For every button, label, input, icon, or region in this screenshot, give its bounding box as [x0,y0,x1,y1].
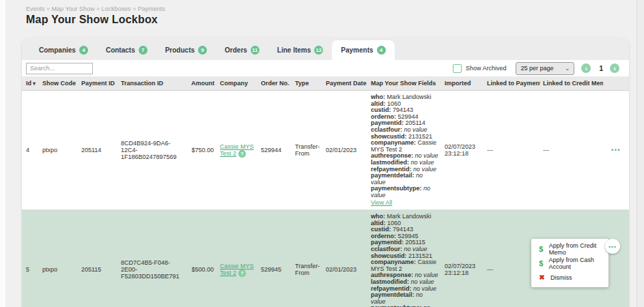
tab-label: Payments [341,46,373,54]
column-header-transaction-id[interactable]: Transaction ID [118,76,184,91]
table-row-payment-4: 4 ptxpo 205114 8CD4B924-9DA6-12C4-1F186B… [22,91,629,210]
column-header-company[interactable]: Company [217,76,258,91]
company-link[interactable]: Cassie MYS Test 2 [220,263,254,276]
column-header-payment-id[interactable]: Payment ID [79,76,118,91]
mys-field-line: paymentdetail: no value [371,173,439,186]
search-input[interactable] [26,63,93,74]
cell-show-code: ptxpo [40,91,79,210]
tab-companies[interactable]: Companies 4 [30,40,97,60]
show-archived-label: Show Archived [466,65,507,72]
mys-field-line: paymentsubtype: no value [371,186,439,199]
tab-line-items[interactable]: Line Items 12 [268,40,332,60]
tab-count-badge: 7 [139,46,148,55]
view-all-link[interactable]: View All [371,200,392,207]
column-header-actions [603,76,629,91]
page: EventsMap Your ShowLockboxesPayments Map… [0,0,644,307]
cell-amount: $750.00 [184,91,217,210]
left-edge-strip [0,0,5,307]
toolbar: Show Archived 25 per page ⌄ ‹ 1 › [22,60,629,76]
tab-products[interactable]: Products 9 [156,40,216,60]
cell-company: Cassie MYS Test 2? [217,91,258,210]
help-icon[interactable]: ? [238,150,246,158]
column-header-id[interactable]: Id▾ [22,76,40,91]
cell-mys-fields: who: Mark Landowskialtid: 1060custid: 79… [368,210,442,307]
dismiss-x-icon: ✖ [538,274,546,281]
cell-type: Transfer-From [292,210,323,307]
cell-imported: 02/07/2023 23:12:18 [442,91,484,210]
cell-payment-id: 205114 [79,91,118,210]
breadcrumb-map-your-show[interactable]: Map Your Show [52,5,102,12]
column-header-order-no[interactable]: Order No. [258,76,292,91]
mys-field-line: companyname: Cassie MYS Test 2 [371,140,439,153]
cell-payment-date: 02/01/2023 [323,210,368,307]
cell-show-code: ptxpo [40,210,79,307]
tab-count-badge: 12 [314,46,323,55]
breadcrumb-lockboxes[interactable]: Lockboxes [102,5,138,12]
cell-id: 4 [22,91,40,210]
company-link[interactable]: Cassie MYS Test 2 [220,143,254,157]
cell-transaction-id: 8CD7C4B5-F048-2E00-F52803DD150BE791 [118,210,184,307]
column-header-show-code[interactable]: Show Code [40,76,79,91]
cell-imported: 02/07/2023 23:12:18 [442,210,484,307]
dollar-icon: $ [538,259,544,267]
column-header-linked-to-credit-memo[interactable]: Linked to Credit Memo [540,76,603,91]
cell-payment-id: 205115 [79,210,118,307]
tab-bar: Companies 4 Contacts 7 Products 9 Orders… [22,38,629,60]
menu-item-apply-from-credit-memo[interactable]: $ Apply from Credit Memo [531,242,608,256]
column-header-type[interactable]: Type [292,76,323,91]
tab-count-badge: 4 [79,46,88,55]
tab-count-badge: 9 [198,46,207,55]
column-header-imported[interactable]: Imported [442,76,484,91]
breadcrumb: EventsMap Your ShowLockboxesPayments [26,5,165,12]
tab-contacts[interactable]: Contacts 7 [97,40,156,60]
cell-order-no: 529945 [258,210,292,307]
column-header-mys-fields[interactable]: Map Your Show Fields [368,76,442,91]
page-number: 1 [599,65,603,72]
mys-field-list: who: Mark Landowskialtid: 1060custid: 79… [371,94,439,199]
breadcrumb-events[interactable]: Events [26,5,52,12]
dollar-icon: $ [538,245,544,253]
help-icon[interactable]: ? [238,269,246,277]
tab-count-badge: 4 [377,46,386,55]
menu-item-dismiss[interactable]: ✖ Dismiss [531,270,608,284]
mys-field-list: who: Mark Landowskialtid: 1060custid: 79… [371,214,439,307]
cell-id: 5 [22,210,40,307]
tab-label: Orders [225,46,247,54]
cell-payment-date: 02/01/2023 [323,91,368,210]
chevron-down-icon: ⌄ [565,65,570,71]
cell-order-no: 529944 [258,91,292,210]
mys-field-line: companyname: Cassie MYS Test 2 [371,259,439,272]
row-actions-menu: $ Apply from Credit Memo $ Apply from Ca… [531,239,608,287]
mys-field-line: paymentdetail: no value [371,292,439,305]
tab-payments[interactable]: Payments 4 [332,40,394,60]
column-header-linked-to-payment[interactable]: Linked to Payment [484,76,540,91]
column-header-payment-date[interactable]: Payment Date [323,76,368,91]
toolbar-right: Show Archived 25 per page ⌄ ‹ 1 › [453,62,619,75]
breadcrumb-payments: Payments [138,5,165,12]
right-scroll-gutter[interactable] [636,0,644,307]
per-page-select[interactable]: 25 per page ⌄ [516,62,574,75]
column-header-amount[interactable]: Amount [184,76,217,91]
cell-linked-to-payment: — [484,91,540,210]
tab-label: Products [165,46,195,54]
menu-item-label: Apply from Cash Account [548,257,602,270]
tab-orders[interactable]: Orders 11 [216,40,268,60]
row-actions-button-active[interactable]: ••• [605,239,620,254]
cell-transaction-id: 8CD4B924-9DA6-12C4-1F186B0247897569 [118,91,184,210]
menu-item-apply-from-cash-account[interactable]: $ Apply from Cash Account [531,256,608,270]
menu-item-label: Apply from Credit Memo [549,242,602,256]
tab-count-badge: 11 [251,46,260,55]
cell-mys-fields: who: Mark Landowskialtid: 1060custid: 79… [368,91,442,210]
per-page-value: 25 per page [520,65,553,72]
tab-label: Line Items [277,46,311,54]
tab-label: Contacts [106,46,135,54]
cell-company: Cassie MYS Test 2? [217,210,258,307]
page-title: Map Your Show Lockbox [26,14,158,26]
row-actions-button[interactable]: ••• [611,147,621,154]
prev-page-button[interactable]: ‹ [581,63,591,73]
table-header-row: Id▾ Show Code Payment ID Transaction ID … [22,76,629,91]
show-archived-checkbox[interactable] [453,64,462,73]
next-page-button[interactable]: › [610,63,619,73]
cell-actions: ••• [603,91,629,210]
tab-label: Companies [39,46,76,54]
